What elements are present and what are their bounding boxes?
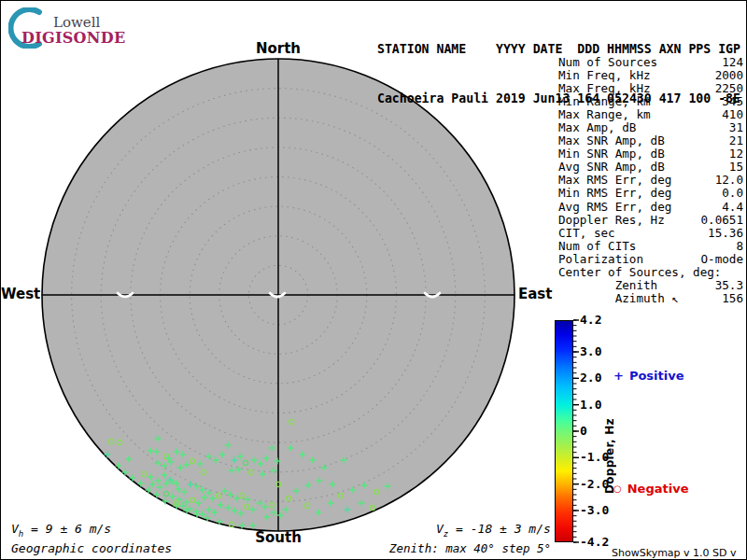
vertical-velocity: Vz = -18 ± 3 m/s — [436, 522, 551, 539]
compass-east: East — [518, 286, 552, 302]
stat-label: Max Range, km — [558, 108, 651, 121]
stat-value: 31 — [729, 121, 743, 134]
stat-value: 21 — [729, 134, 743, 147]
stat-row: Num of Sources124 — [558, 56, 743, 69]
colorbar-tick-label: 1.0 — [580, 399, 619, 412]
negative-label: Negative — [627, 482, 689, 496]
stat-row: Num of CITs8 — [558, 240, 743, 253]
stats-panel: Num of Sources124Min Freq, kHz2000Max Fr… — [558, 56, 743, 305]
stat-label: Avg RMS Err, deg — [558, 201, 671, 214]
stat-value: 35.3 — [715, 279, 743, 292]
colorbar-tick-label: 2.0 — [580, 371, 619, 385]
stat-value: 12 — [729, 147, 743, 161]
stat-row: Min Freq, kHz2000 — [558, 69, 743, 82]
stat-label: Polarization — [558, 253, 643, 266]
stat-value: 12.0 — [715, 174, 743, 187]
software-version: ShowSkymap v 1.0 SD v 5.1 — [612, 547, 746, 560]
skymap-window: Lowell DIGISONDE STATION NAME YYYY DATE … — [0, 0, 747, 560]
colorbar-tick-label: -1.0 — [580, 451, 619, 464]
stat-label: CIT, sec — [558, 227, 615, 240]
stat-row: Avg SNR Amp, dB15 — [558, 161, 743, 174]
negative-legend: ○Negative — [613, 482, 688, 496]
stat-value: 0.0651 — [701, 214, 744, 227]
stat-label: Zenith — [558, 279, 657, 292]
colorbar-tick-label: 3.0 — [580, 345, 619, 358]
doppler-colorbar — [555, 320, 573, 542]
stat-row: PolarizationO-mode — [558, 253, 743, 266]
stat-row: Doppler Res, Hz0.0651 — [558, 214, 743, 227]
colorbar-tick-label: 0 — [580, 425, 619, 438]
stat-row: Min SNR Amp, dB12 — [558, 147, 743, 161]
horizontal-velocity: Vh = 9 ± 6 m/s — [11, 522, 111, 539]
stat-row: Max Amp, dB31 — [558, 121, 743, 134]
positive-label: Positive — [629, 369, 684, 383]
stat-row: Avg RMS Err, deg4.4 — [558, 201, 743, 214]
stat-value: 15 — [729, 161, 743, 174]
stat-row: Center of Sources, deg: — [558, 266, 743, 279]
colorbar-tick-label: 4.2 — [580, 314, 619, 327]
stat-value: 410 — [722, 108, 743, 121]
stat-label: Max RMS Err, deg — [558, 174, 671, 187]
stat-row: Min Range, km345 — [558, 95, 743, 108]
stat-value: 8 — [736, 240, 743, 253]
stat-label: Doppler Res, Hz — [558, 214, 665, 227]
stat-value: 345 — [722, 95, 743, 108]
stat-label: Center of Sources, deg: — [558, 266, 721, 279]
stat-row: Max SNR Amp, dB21 — [558, 134, 743, 147]
stat-label: Min RMS Err, deg — [558, 187, 671, 200]
colorbar-tick-label: -4.2 — [580, 536, 619, 549]
stat-row: Min RMS Err, deg0.0 — [558, 187, 743, 200]
colorbar-tick-label: -3.0 — [580, 504, 619, 517]
colorbar-tick-label: -2.0 — [580, 478, 619, 491]
stat-value: 15.36 — [708, 227, 743, 240]
stat-row: Azimuth ↖156 — [558, 292, 743, 305]
logo-digisonde: DIGISONDE — [21, 29, 125, 47]
stat-label: Max Amp, dB — [558, 121, 636, 134]
stat-row: Max Freq, kHz2250 — [558, 82, 743, 95]
stat-label: Azimuth ↖ — [558, 292, 679, 305]
compass-north: North — [232, 40, 325, 57]
stat-label: Num of Sources — [558, 56, 657, 69]
stat-value: O-mode — [701, 253, 744, 266]
stat-label: Num of CITs — [558, 240, 636, 253]
stat-row: Max RMS Err, deg12.0 — [558, 174, 743, 187]
stat-label: Min SNR Amp, dB — [558, 147, 665, 161]
stat-label: Min Freq, kHz — [558, 69, 651, 82]
zenith-range-note: Zenith: max 40° step 5° — [389, 541, 551, 555]
stat-row: Zenith35.3 — [558, 279, 743, 292]
compass-south: South — [232, 529, 325, 546]
stat-label: Max SNR Amp, dB — [558, 134, 665, 147]
stat-value: 2250 — [715, 82, 743, 95]
stat-value: 156 — [722, 292, 743, 305]
stat-label: Max Freq, kHz — [558, 82, 651, 95]
compass-west: West — [1, 286, 38, 302]
stat-row: Max Range, km410 — [558, 108, 743, 121]
stat-value: 124 — [722, 56, 743, 69]
stat-label: Avg SNR Amp, dB — [558, 161, 665, 174]
lowell-digisonde-logo: Lowell DIGISONDE — [8, 7, 130, 46]
stat-value: 4.4 — [722, 201, 743, 214]
stat-value: 2000 — [715, 69, 743, 82]
stat-row: CIT, sec15.36 — [558, 227, 743, 240]
stat-value: 0.0 — [722, 187, 743, 200]
stat-label: Min Range, km — [558, 95, 651, 108]
coordinates-note: Geographic coordinates — [11, 541, 172, 555]
positive-legend: +Positive — [613, 369, 684, 383]
